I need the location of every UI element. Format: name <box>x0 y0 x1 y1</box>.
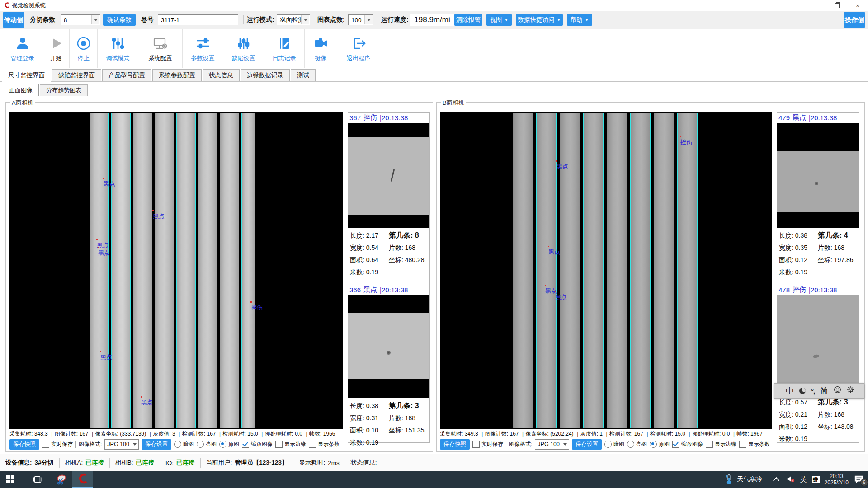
clock-date: 2025/2/10 <box>825 479 849 486</box>
dark-image-radio[interactable] <box>174 441 181 448</box>
tab-product-model-config[interactable]: 产品型号配置 <box>102 69 151 81</box>
manage-login-button[interactable]: 管理登录 <box>3 29 42 68</box>
defect-settings-button[interactable]: 缺陷设置 <box>223 29 264 68</box>
parameter-settings-button[interactable]: 参数设置 <box>183 29 223 68</box>
tab-status-info[interactable]: 状态信息 <box>203 69 240 81</box>
help-menu-button[interactable]: 帮助▼ <box>567 14 592 26</box>
tray-expand-chevron-icon[interactable] <box>773 477 779 483</box>
start-button[interactable]: 开始 <box>42 29 70 68</box>
defect-id: 366 <box>349 286 361 294</box>
camera-b-status-line: 采集耗时: 349.3 ｜图像计数: 167 ｜像素坐标: (5202,24) … <box>440 430 772 438</box>
tab-system-param-config[interactable]: 系统参数配置 <box>152 69 202 81</box>
show-count-checkbox[interactable] <box>309 441 316 448</box>
defect-stats: 长度: 2.17 第几条: 8 宽度: 0.54 片数: 168 面积: 0.6… <box>348 228 429 278</box>
drive-side-button[interactable]: 传动侧 <box>3 12 24 28</box>
defect-card[interactable]: 366 黑点 |20:13:38 长度: 0.38 第几条: 3 宽度: 0.3… <box>348 285 429 449</box>
material-strip <box>198 113 217 428</box>
sub-tab-bar: 正面图像 分布趋势图表 <box>0 84 868 96</box>
log-record-button[interactable]: 日志记录 <box>264 29 305 68</box>
show-count-checkbox[interactable] <box>739 441 746 448</box>
charset-toggle[interactable]: 简 <box>820 385 828 396</box>
image-format-select[interactable]: JPG 100 <box>104 439 139 450</box>
realtime-save-checkbox[interactable] <box>472 441 480 448</box>
defect-overlay-label: 挫伤 <box>251 304 263 312</box>
confirm-count-button[interactable]: 确认条数 <box>103 14 136 26</box>
dark-image-label: 暗图 <box>613 441 624 448</box>
clear-alarm-button[interactable]: 清除报警 <box>454 14 482 26</box>
data-access-menu-button[interactable]: 数据快捷访问▼ <box>516 14 563 26</box>
save-settings-button[interactable]: 保存设置 <box>572 439 602 450</box>
tab-test[interactable]: 测试 <box>291 69 316 81</box>
snipping-tool-app-icon[interactable] <box>52 471 72 488</box>
defect-card[interactable]: 478 挫伤 |20:13:38 长度: 0.57 第几条: 3 宽度: 0.2… <box>777 285 859 445</box>
taskbar-clock[interactable]: 20:13 2025/2/10 <box>825 473 849 486</box>
fullwidth-moon-icon[interactable] <box>799 388 806 394</box>
zoom-image-checkbox[interactable] <box>672 441 679 448</box>
vision-app-taskbar-icon[interactable] <box>72 471 93 488</box>
tab-edge-data-record[interactable]: 边缘数据记录 <box>241 69 290 81</box>
material-strip <box>560 113 580 428</box>
task-view-button[interactable] <box>27 471 48 488</box>
debug-mode-button[interactable]: 调试模式 <box>98 29 138 68</box>
image-format-select[interactable]: JPG 100 <box>535 439 569 450</box>
black-dot-mark <box>815 182 818 185</box>
exit-program-button[interactable]: 退出程序 <box>337 29 380 68</box>
ime-lang-toggle[interactable]: 中 <box>786 385 794 396</box>
device-info-segment: 设备信息:3#分切 <box>0 458 60 468</box>
language-indicator[interactable]: 英 <box>800 475 807 484</box>
notification-center-button[interactable]: 6 <box>854 474 865 484</box>
defect-thumbnail <box>777 295 859 394</box>
realtime-save-checkbox[interactable] <box>42 441 49 448</box>
subtab-front-image[interactable]: 正面图像 <box>3 84 39 96</box>
close-button[interactable]: × <box>847 0 868 11</box>
camera-b-image: 挫伤黑点黑点黑点黑点 <box>440 112 772 429</box>
tab-size-monitor[interactable]: 尺寸监控界面 <box>2 69 51 82</box>
subtab-trend-chart[interactable]: 分布趋势图表 <box>40 84 88 96</box>
chart-points-select[interactable]: 100 <box>348 14 373 25</box>
save-snapshot-button[interactable]: 保存快照 <box>9 439 39 450</box>
defect-card[interactable]: 479 黑点 |20:13:38 长度: 0.38 第几条: 4 宽度: 0.3… <box>777 113 859 278</box>
video-capture-button[interactable]: 摄像 <box>305 29 337 68</box>
bright-image-radio[interactable] <box>197 441 204 448</box>
original-image-radio[interactable] <box>219 441 226 448</box>
run-mode-select[interactable]: 双面检测 <box>277 14 310 25</box>
weather-text[interactable]: 天气寒冷 <box>737 475 763 483</box>
run-mode-label: 运行模式: <box>247 11 274 29</box>
ime-mode-indicator[interactable]: 拼 <box>812 476 820 483</box>
split-count-label: 分切条数 <box>30 11 55 29</box>
dark-image-radio[interactable] <box>604 441 612 448</box>
save-snapshot-button[interactable]: 保存快照 <box>440 439 470 450</box>
dropdown-arrow-icon: ▼ <box>585 18 589 22</box>
save-settings-button[interactable]: 保存设置 <box>142 439 171 450</box>
restore-button[interactable] <box>826 0 847 11</box>
emoji-icon[interactable] <box>834 386 841 396</box>
split-count-select[interactable]: 8 <box>61 14 100 25</box>
ime-settings-gear-icon[interactable] <box>847 386 854 396</box>
start-button[interactable] <box>0 471 21 488</box>
zoom-image-checkbox[interactable] <box>242 441 249 448</box>
tab-defect-monitor[interactable]: 缺陷监控界面 <box>52 69 101 81</box>
camera-b-connection: 相机B:已连接 <box>110 458 160 468</box>
image-format-label: 图像格式: <box>509 441 532 448</box>
zoom-image-label: 缩放图像 <box>681 441 703 448</box>
stop-button[interactable]: 停止 <box>70 29 98 68</box>
original-image-radio[interactable] <box>650 441 657 448</box>
minimize-button[interactable]: – <box>806 0 826 11</box>
weather-thermometer-icon[interactable] <box>725 474 732 485</box>
show-edge-checkbox[interactable] <box>706 441 713 448</box>
show-edge-checkbox[interactable] <box>275 441 283 448</box>
camera-a-connection: 相机A:已连接 <box>60 458 110 468</box>
material-strip <box>176 113 196 428</box>
punctuation-toggle[interactable]: °, <box>811 387 815 395</box>
drag-handle-icon[interactable] <box>778 386 780 396</box>
view-menu-button[interactable]: 视图▼ <box>486 14 512 26</box>
roll-number-input[interactable] <box>158 14 238 25</box>
defect-card[interactable]: 367 挫伤 |20:13:38 长度: 2.17 第几条: 8 宽度: 0.5… <box>348 113 429 278</box>
operate-side-button[interactable]: 操作侧 <box>844 12 865 28</box>
show-edge-label: 显示边缘 <box>715 441 736 448</box>
system-config-button[interactable]: 系统配置 <box>138 29 183 68</box>
chart-points-label: 图表点数: <box>317 11 345 29</box>
bright-image-radio[interactable] <box>627 441 634 448</box>
volume-muted-icon[interactable] <box>786 475 795 484</box>
defect-time: |20:13:38 <box>380 286 408 294</box>
